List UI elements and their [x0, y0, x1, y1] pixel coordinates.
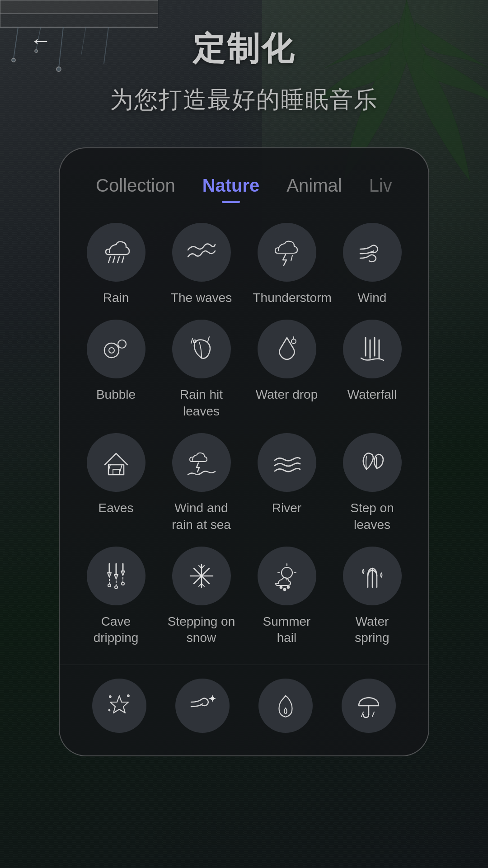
- svg-point-57: [287, 586, 289, 588]
- sound-item-rain[interactable]: Rain: [78, 223, 154, 306]
- thunderstorm-label: Thunderstorm: [253, 290, 321, 306]
- rain-leaves-icon: [172, 320, 231, 378]
- rain-leaves-label: Rain hit leaves: [168, 387, 235, 420]
- svg-point-17: [118, 340, 126, 348]
- svg-marker-35: [121, 571, 125, 576]
- svg-line-18: [191, 339, 192, 343]
- tab-collection[interactable]: Collection: [87, 171, 184, 200]
- wind-icon: [343, 223, 402, 282]
- svg-line-29: [120, 465, 122, 471]
- svg-line-12: [117, 257, 119, 263]
- svg-point-16: [109, 348, 114, 353]
- svg-rect-27: [113, 469, 119, 475]
- svg-point-62: [109, 709, 110, 711]
- waves-icon: [172, 223, 231, 282]
- sound-item-rain-leaves[interactable]: Rain hit leaves: [163, 320, 239, 420]
- svg-point-39: [108, 584, 111, 587]
- sound-item-water-drop[interactable]: Water drop: [249, 320, 325, 420]
- step-leaves-icon: [343, 433, 402, 492]
- tab-liv[interactable]: Liv: [360, 171, 401, 200]
- water-drop-label: Water drop: [256, 387, 318, 403]
- sound-item-waves[interactable]: The waves: [163, 223, 239, 306]
- svg-marker-34: [114, 575, 118, 579]
- sound-item-eaves[interactable]: Eaves: [78, 433, 154, 533]
- bubble-icon: [87, 320, 145, 378]
- river-icon: [258, 433, 316, 492]
- waves-label: The waves: [171, 290, 232, 306]
- wind-label: Wind: [358, 290, 387, 306]
- water-spring-label: Water spring: [338, 613, 406, 646]
- sound-grid: Rain The waves: [60, 214, 428, 656]
- waterfall-label: Waterfall: [347, 387, 397, 403]
- water-drop-icon: [258, 320, 316, 378]
- cave-dripping-icon: [87, 547, 145, 605]
- back-arrow-icon: ←: [30, 30, 52, 52]
- sound-item-cave-dripping[interactable]: Cave dripping: [78, 547, 154, 646]
- summer-hail-icon: [258, 547, 316, 605]
- nav-fire-button[interactable]: [258, 679, 313, 733]
- sound-item-water-spring[interactable]: Water spring: [334, 547, 410, 646]
- back-button[interactable]: ←: [27, 27, 54, 54]
- svg-line-19: [208, 337, 209, 341]
- sound-item-waterfall[interactable]: Waterfall: [334, 320, 410, 420]
- svg-marker-33: [108, 573, 111, 577]
- sound-item-stepping-snow[interactable]: Stepping on snow: [163, 547, 239, 646]
- svg-line-68: [372, 712, 374, 717]
- river-label: River: [272, 500, 301, 516]
- stepping-snow-label: Stepping on snow: [168, 613, 235, 646]
- cave-dripping-label: Cave dripping: [82, 613, 150, 646]
- rain-label: Rain: [103, 290, 129, 306]
- svg-point-21: [291, 339, 296, 344]
- svg-point-55: [280, 586, 282, 588]
- summer-hail-label: Summer hail: [253, 613, 321, 646]
- svg-line-14: [291, 255, 292, 261]
- page-subtitle: 为您打造最好的睡眠音乐: [27, 84, 461, 116]
- tab-nature[interactable]: Nature: [193, 171, 269, 200]
- phone-frame: Collection Nature Animal Liv Rain: [59, 147, 429, 756]
- page-title: 定制化: [27, 27, 461, 71]
- svg-point-41: [122, 582, 124, 585]
- nav-wind-snow-button[interactable]: [175, 679, 230, 733]
- waterfall-icon: [343, 320, 402, 378]
- eaves-icon: [87, 433, 145, 492]
- svg-point-60: [109, 696, 111, 698]
- sound-item-thunderstorm[interactable]: Thunderstorm: [249, 223, 325, 306]
- svg-point-20: [193, 340, 196, 343]
- stepping-snow-icon: [172, 547, 231, 605]
- svg-point-61: [127, 695, 129, 697]
- svg-marker-59: [110, 696, 128, 713]
- bubble-label: Bubble: [96, 387, 136, 403]
- sound-item-wind-rain-sea[interactable]: Wind and rain at sea: [163, 433, 239, 533]
- bottom-nav: [60, 665, 428, 737]
- rain-icon: [87, 223, 145, 282]
- thunderstorm-icon: [258, 223, 316, 282]
- nav-rain-umbrella-button[interactable]: [342, 679, 396, 733]
- page-header: ← 定制化 为您打造最好的睡眠音乐: [0, 0, 488, 125]
- svg-line-13: [122, 257, 124, 263]
- nav-star-button[interactable]: [92, 679, 146, 733]
- sound-item-summer-hail[interactable]: Summer hail: [249, 547, 325, 646]
- svg-point-40: [115, 586, 117, 589]
- svg-point-50: [282, 567, 292, 578]
- step-leaves-label: Step on leaves: [338, 500, 406, 533]
- sound-item-step-leaves[interactable]: Step on leaves: [334, 433, 410, 533]
- tab-bar: Collection Nature Animal Liv: [60, 148, 428, 214]
- svg-line-10: [108, 257, 110, 263]
- eaves-label: Eaves: [99, 500, 134, 516]
- sound-item-wind[interactable]: Wind: [334, 223, 410, 306]
- tab-animal[interactable]: Animal: [277, 171, 351, 200]
- water-spring-icon: [343, 547, 402, 605]
- svg-point-56: [283, 588, 286, 590]
- svg-line-11: [113, 257, 115, 263]
- svg-point-15: [104, 343, 119, 358]
- wind-rain-sea-icon: [172, 433, 231, 492]
- wind-rain-sea-label: Wind and rain at sea: [168, 500, 235, 533]
- sound-item-bubble[interactable]: Bubble: [78, 320, 154, 420]
- sound-item-river[interactable]: River: [249, 433, 325, 533]
